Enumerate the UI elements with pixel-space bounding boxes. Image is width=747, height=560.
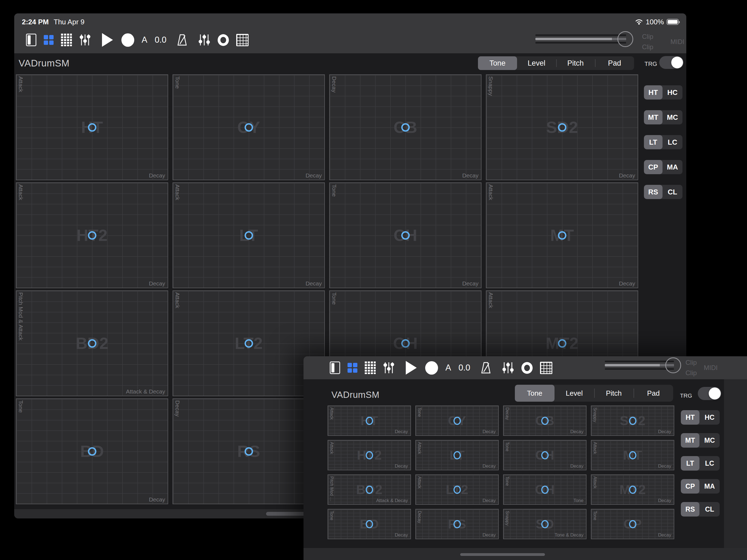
xy-cursor[interactable] [88,447,96,456]
xy-pad[interactable]: Attack LT Decay [415,440,499,470]
pads-view-icon[interactable] [44,35,54,45]
tempo-value[interactable]: 0.0 [459,363,470,373]
slider-knob[interactable] [617,31,633,47]
xy-pad[interactable]: Pitch Mod & Attack BD2 Attack & Decay [328,475,411,505]
tab[interactable]: Pitch [594,385,634,402]
record-icon[interactable] [425,361,438,375]
loop-ring-icon[interactable] [521,362,533,374]
channel-strips-icon[interactable] [383,361,394,374]
xy-cursor[interactable] [558,231,566,239]
slider-knob[interactable] [665,357,681,373]
output-level-slider[interactable] [605,356,674,379]
loop-ring-icon[interactable] [217,34,229,46]
xy-pad[interactable]: Snappy SD2 Decay [486,74,638,180]
xy-cursor[interactable] [453,417,461,425]
channel-strips-icon[interactable] [79,34,91,46]
xy-pad[interactable]: Snappy SD2 Decay [591,406,674,436]
xy-cursor[interactable] [88,231,96,239]
pads-view-icon[interactable] [347,363,357,373]
tab[interactable]: Tone [478,56,517,70]
tab[interactable]: Level [555,385,594,402]
xy-pad[interactable]: Tone OH Tone [503,475,587,505]
voice-button-primary[interactable]: MT [644,110,663,124]
xy-cursor[interactable] [366,520,373,528]
xy-cursor[interactable] [244,123,253,131]
voice-button-alt[interactable]: LC [699,456,720,470]
channels-grid-icon[interactable] [365,361,376,374]
xy-pad[interactable]: Decay CB Decay [329,74,482,180]
output-level-slider[interactable] [535,30,626,53]
xy-pad[interactable]: Pitch Mod & Attack BD2 Attack & Decay [16,290,168,396]
scroll-indicator[interactable] [460,553,545,556]
xy-pad[interactable]: Decay RS Decay [173,399,325,504]
voice-button-primary[interactable]: CP [681,479,699,493]
mixer-icon[interactable] [198,34,210,46]
xy-cursor[interactable] [244,339,253,348]
xy-pad[interactable]: Attack LT2 Decay [173,290,325,396]
xy-cursor[interactable] [629,520,636,528]
xy-pad[interactable]: Attack HT2 Decay [16,182,168,288]
tab[interactable]: Pad [634,385,673,402]
xy-cursor[interactable] [541,486,548,494]
trg-toggle[interactable] [659,56,684,69]
xy-pad[interactable]: Attack MT Decay [486,182,638,288]
xy-cursor[interactable] [629,417,636,425]
xy-cursor[interactable] [541,451,548,459]
xy-cursor[interactable] [366,417,373,425]
xy-cursor[interactable] [366,486,373,494]
xy-pad[interactable]: Snappy SD Tone & Decay [503,509,587,539]
voice-button-primary[interactable]: RS [681,502,699,516]
xy-cursor[interactable] [629,486,636,494]
xy-pad[interactable]: Attack MT Decay [591,440,674,470]
xy-cursor[interactable] [558,339,566,348]
mixer-icon[interactable] [502,361,514,374]
xy-cursor[interactable] [401,123,410,131]
xy-pad[interactable]: Tone BD Decay [328,509,411,539]
xy-pad[interactable]: Attack LT2 Decay [415,475,499,505]
xy-cursor[interactable] [453,486,461,494]
xy-cursor[interactable] [541,417,548,425]
tab[interactable]: Pad [595,56,634,70]
voice-button-alt[interactable]: MC [699,433,720,448]
xy-pad[interactable]: Attack LT Decay [173,182,325,288]
voice-button-alt[interactable]: MA [699,479,720,493]
voice-button-alt[interactable]: HC [699,410,720,425]
xy-pad[interactable]: Tone CH Decay [329,182,482,288]
tab[interactable]: Level [517,56,556,70]
voice-button-primary[interactable]: RS [644,185,663,199]
voice-button-alt[interactable]: HC [663,85,682,100]
metronome-icon[interactable] [177,34,187,46]
key-button[interactable]: A [445,363,451,373]
voice-button-primary[interactable]: HT [644,85,663,100]
play-icon[interactable] [102,33,113,47]
xy-cursor[interactable] [558,123,566,131]
xy-pad[interactable]: Tone CY Decay [173,74,325,180]
key-button[interactable]: A [141,35,147,45]
xy-cursor[interactable] [453,520,461,528]
xy-cursor[interactable] [88,339,96,348]
play-icon[interactable] [406,361,417,375]
metronome-icon[interactable] [481,362,491,374]
xy-pad[interactable]: Attack HT Decay [328,406,411,436]
xy-pad[interactable]: Attack HT Decay [16,74,168,180]
xy-pad[interactable]: Attack HT2 Decay [328,440,411,470]
xy-pad[interactable]: Tone CP Decay [591,509,674,539]
xy-pad[interactable]: Tone BD Decay [16,399,168,504]
sidebar-toggle-icon[interactable] [330,361,340,374]
sidebar-toggle-icon[interactable] [26,34,36,46]
trg-toggle[interactable] [698,387,721,400]
sequencer-grid-icon[interactable] [540,362,552,374]
xy-pad[interactable]: Tone CY Decay [415,406,499,436]
xy-cursor[interactable] [366,451,373,459]
voice-button-alt[interactable]: MA [663,160,682,174]
voice-button-primary[interactable]: HT [681,410,699,425]
xy-cursor[interactable] [629,451,636,459]
xy-pad[interactable]: Tone CH Decay [503,440,587,470]
xy-cursor[interactable] [453,451,461,459]
toggle-knob[interactable] [709,387,721,400]
channels-grid-icon[interactable] [61,34,72,46]
tab[interactable]: Pitch [556,56,595,70]
xy-cursor[interactable] [244,447,253,456]
xy-pad[interactable]: Attack MT2 Decay [591,475,674,505]
xy-cursor[interactable] [541,520,548,528]
